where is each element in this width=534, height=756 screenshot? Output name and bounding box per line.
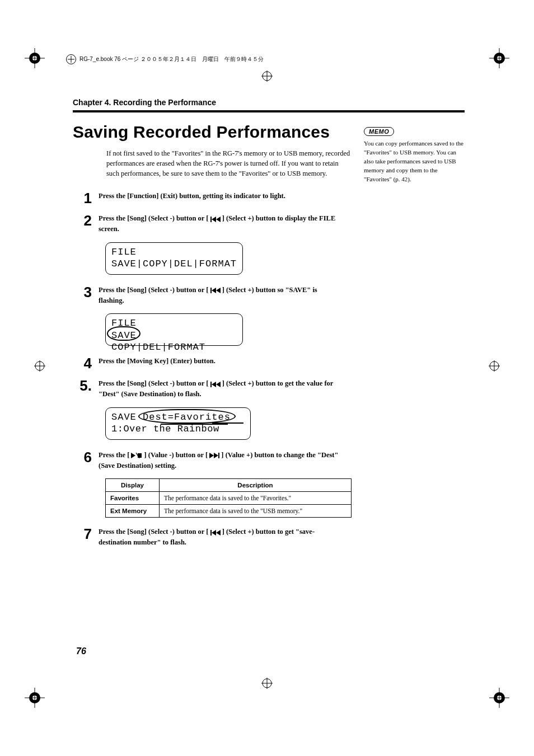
lcd-line-2: SAVE|COPY|DEL|FORMAT xyxy=(111,258,237,270)
table-cell-desc: The performance data is saved to the "Fa… xyxy=(160,492,352,505)
step-text-pre: Press the [Song] (Select -) button or [ xyxy=(99,528,210,536)
memo-text: You can copy performances saved to the "… xyxy=(364,139,465,184)
memo-sidebar: MEMO You can copy performances saved to … xyxy=(364,126,465,184)
step-text-pre: Press the [Song] (Select -) button or [ xyxy=(99,286,210,294)
step-1: 1 Press the [Function] (Exit) button, ge… xyxy=(73,191,465,205)
step-text: Press the [Song] (Select -) button or [ … xyxy=(99,378,339,400)
destination-table: Display Description Favorites The perfor… xyxy=(105,478,352,518)
lcd-file-save-highlight: FILE SAVE COPY|DEL|FORMAT xyxy=(105,313,243,346)
registration-mark-icon xyxy=(25,688,45,708)
skip-back-icon xyxy=(210,217,221,222)
svg-marker-42 xyxy=(209,453,214,458)
step-7: 7 Press the [Song] (Select -) button or … xyxy=(73,527,465,548)
table-row: Ext Memory The performance data is saved… xyxy=(106,505,352,518)
svg-marker-37 xyxy=(212,382,216,387)
step-number: 6 xyxy=(73,450,99,464)
highlight-ring-icon xyxy=(138,409,236,424)
crosshair-icon xyxy=(66,54,76,64)
step-number: 3 xyxy=(73,285,99,299)
book-header: RG-7_e.book 76 ページ ２００５年２月１４日 月曜日 午前９時４５… xyxy=(66,54,264,64)
step-number: 5. xyxy=(73,378,99,393)
svg-marker-32 xyxy=(216,217,221,222)
crop-mark-icon xyxy=(34,360,45,372)
step-number: 4 xyxy=(73,356,99,370)
svg-marker-38 xyxy=(216,382,221,387)
registration-mark-icon xyxy=(489,48,509,68)
svg-marker-34 xyxy=(212,288,216,293)
step-number: 2 xyxy=(73,213,99,228)
lcd-line-1: FILE xyxy=(111,246,237,258)
book-header-text: RG-7_e.book 76 ページ ２００５年２月１４日 月曜日 午前９時４５… xyxy=(79,55,264,63)
registration-mark-icon xyxy=(489,688,509,708)
table-row: Favorites The performance data is saved … xyxy=(106,492,352,505)
skip-forward-icon xyxy=(209,453,219,458)
step-text: Press the [Moving Key] (Enter) button. xyxy=(99,356,339,367)
table-header-display: Display xyxy=(106,479,160,492)
svg-marker-35 xyxy=(216,288,221,293)
step-number: 1 xyxy=(73,191,99,205)
crop-mark-icon xyxy=(261,71,273,82)
table-cell-label: Favorites xyxy=(106,492,160,505)
registration-mark-icon xyxy=(25,48,45,68)
step-text-pre: Press the [ xyxy=(99,451,131,459)
svg-marker-43 xyxy=(214,453,218,458)
svg-rect-36 xyxy=(210,382,212,387)
step-3: 3 Press the [Song] (Select -) button or … xyxy=(73,285,465,306)
step-6: 6 Press the [ ] (Value -) button or [ ] … xyxy=(73,450,465,471)
table-cell-label: Ext Memory xyxy=(106,505,160,518)
lcd-file-screen: FILE SAVE|COPY|DEL|FORMAT xyxy=(105,242,243,275)
step-number: 7 xyxy=(73,527,99,541)
table-header-row: Display Description xyxy=(106,479,352,492)
svg-marker-39 xyxy=(131,453,135,458)
highlight-ring-icon xyxy=(107,326,140,341)
svg-marker-47 xyxy=(216,530,221,536)
step-4: 4 Press the [Moving Key] (Enter) button. xyxy=(73,356,465,370)
step-text: Press the [ ] (Value -) button or [ ] (V… xyxy=(99,450,339,471)
svg-marker-46 xyxy=(212,530,216,536)
svg-rect-41 xyxy=(138,453,142,458)
crop-mark-icon xyxy=(489,360,500,372)
step-text: Press the [Song] (Select -) button or [ … xyxy=(99,285,339,306)
step-text-pre: Press the [Song] (Select -) button or [ xyxy=(99,379,210,387)
svg-rect-30 xyxy=(210,217,212,222)
memo-badge: MEMO xyxy=(364,127,394,136)
strike-mark-icon xyxy=(212,422,243,424)
svg-marker-31 xyxy=(212,217,216,222)
svg-rect-45 xyxy=(210,530,212,536)
skip-back-icon xyxy=(210,288,221,293)
table-cell-desc: The performance data is saved to the "US… xyxy=(160,505,352,518)
page: RG-7_e.book 76 ページ ２００５年２月１４日 月曜日 午前９時４５… xyxy=(0,0,534,756)
skip-back-icon xyxy=(210,530,221,536)
step-text: Press the [Song] (Select -) button or [ … xyxy=(99,213,339,234)
step-text-pre: Press the [Song] (Select -) button or [ xyxy=(99,214,210,222)
step-text-mid: ] (Value -) button or [ xyxy=(142,451,209,459)
svg-rect-33 xyxy=(210,288,212,293)
skip-back-icon xyxy=(210,382,221,387)
table-header-description: Description xyxy=(160,479,352,492)
intro-paragraph: If not first saved to the "Favorites" in… xyxy=(106,148,353,179)
step-text: Press the [Function] (Exit) button, gett… xyxy=(99,191,339,201)
step-5: 5. Press the [Song] (Select -) button or… xyxy=(73,378,465,400)
crop-mark-icon xyxy=(261,678,273,689)
lcd-save-dest: SAVE Dest=Favorites 1:Over the Rainbow xyxy=(105,407,251,440)
divider xyxy=(73,110,465,112)
page-number: 76 xyxy=(76,646,86,656)
step-text: Press the [Song] (Select -) button or [ … xyxy=(99,527,339,548)
play-stop-icon xyxy=(131,453,142,458)
step-2: 2 Press the [Song] (Select -) button or … xyxy=(73,213,465,234)
chapter-title: Chapter 4. Recording the Performance xyxy=(73,98,465,107)
